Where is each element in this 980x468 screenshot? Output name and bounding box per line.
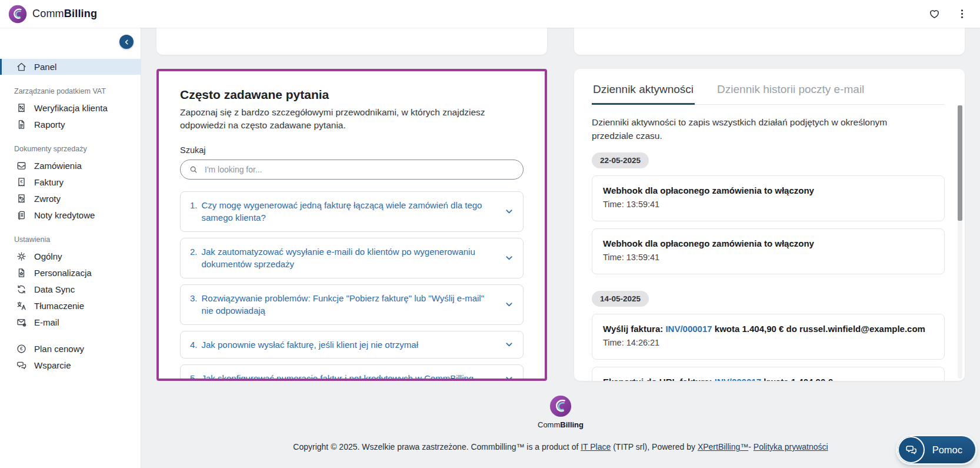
footer-link-polityka-prywatno-ci[interactable]: Polityka prywatności [754,442,828,452]
chevron-down-icon [504,299,515,310]
activity-entry: Webhook dla opłaconego zamówienia to włą… [592,175,945,221]
sidebar-item-label: Tłumaczenie [34,301,84,311]
invoice-icon: € [16,177,27,188]
chevron-down-icon [504,206,515,217]
card-partial-right [574,28,965,55]
sidebar: PanelZarządzanie podatkiem VATWeryfikacj… [0,28,141,468]
faq-question-5[interactable]: 5.Jak skonfigurować numerację faktur i n… [180,364,524,381]
sidebar-item-faktury[interactable]: €Faktury [0,174,141,190]
faq-description: Zapoznaj się z bardzo szczegółowymi prze… [180,106,501,132]
faq-question-2[interactable]: 2.Jak zautomatyzować wysyłanie e-maili d… [180,238,524,278]
returns-icon [16,193,27,204]
sidebar-item-zam-wienia[interactable]: Zamówienia [0,158,141,174]
faq-question-text: Jak ponownie wysłać fakturę, jeśli klien… [202,338,497,351]
vat-check-icon [16,102,27,114]
personalization-icon [16,267,27,278]
footer-link-xpertbilling[interactable]: XPertBilling™ [698,442,748,452]
header-actions [928,8,968,20]
activity-entry-time: Time: 14:26:21 [603,338,934,347]
sidebar-item-e-mail[interactable]: E-mail [0,314,141,330]
help-button[interactable]: Pomoc [898,436,975,463]
heart-icon[interactable] [928,8,941,20]
faq-search-label: Szukaj [180,145,524,155]
faq-search-input[interactable] [204,164,515,175]
help-button-label: Pomoc [932,444,962,456]
sidebar-item-wsparcie[interactable]: Wsparcie [0,357,141,373]
faq-question-number: 5. [190,372,198,381]
site-footer: CommBilling Copyright © 2025. Wszelkie p… [141,395,980,452]
sidebar-item-t-umaczenie[interactable]: Tłumaczenie [0,298,141,314]
faq-search-box [180,160,524,180]
tab-activity-log[interactable]: Dziennik aktywności [592,82,695,105]
faq-question-text: Jak zautomatyzować wysyłanie e-maili do … [202,245,497,271]
activity-entry-time: Time: 13:59:41 [603,200,934,209]
activity-scrollbar-thumb[interactable] [958,105,962,221]
sidebar-item-noty-kredytowe[interactable]: Noty kredytowe [0,207,141,223]
sidebar-item-label: Panel [34,62,56,72]
sidebar-item-label: Raporty [34,120,65,130]
sidebar-item-label: Zwroty [34,194,61,204]
sync-icon [16,284,27,295]
faq-question-4[interactable]: 4.Jak ponownie wysłać fakturę, jeśli kli… [180,331,524,359]
right-column: Dziennik aktywności Dziennik historii po… [574,28,965,381]
svg-text:€: € [20,179,23,184]
svg-text:€: € [20,346,23,351]
sidebar-item-label: Personalizacja [34,268,92,278]
sidebar-item-label: Wsparcie [34,360,71,370]
left-column: Często zadawane pytania Zapoznaj się z b… [156,28,547,381]
sidebar-item-panel[interactable]: Panel [0,59,141,75]
activity-entry-time: Time: 13:59:41 [603,253,934,262]
activity-description: Dzienniki aktywności to zapis wszystkich… [592,115,921,143]
activity-scrollbar-track[interactable] [958,105,962,379]
report-icon [16,119,27,130]
faq-question-number: 3. [190,292,198,317]
sidebar-item-zwroty[interactable]: Zwroty [0,191,141,207]
activity-entry-title: Eksportuj do URL faktura: INV/000017 kwo… [603,376,934,381]
activity-entry-title: Webhook dla opłaconego zamówienia to włą… [603,237,934,250]
sidebar-item-weryfikacja-klienta[interactable]: Weryfikacja klienta [0,100,141,116]
faq-card: Często zadawane pytania Zapoznaj się z b… [156,69,547,381]
faq-list: 1.Czy mogę wygenerować jedną fakturę łąc… [180,191,524,381]
sidebar-item-personalizacja[interactable]: Personalizacja [0,265,141,281]
chevron-down-icon [504,373,515,381]
orders-icon [16,160,27,171]
activity-entry-title: Webhook dla opłaconego zamówienia to włą… [603,184,934,197]
footer-brand-name: CommBilling [141,420,980,429]
app-header: CommBilling [0,0,980,28]
sidebar-item-label: Ogólny [34,251,62,261]
faq-question-number: 4. [190,338,198,351]
footer-link-it-place[interactable]: IT Place [581,442,611,452]
sidebar-item-raporty[interactable]: Raporty [0,117,141,132]
brand[interactable]: CommBilling [8,5,97,24]
faq-question-1[interactable]: 1.Czy mogę wygenerować jedną fakturę łąc… [180,191,524,232]
support-icon [16,360,27,371]
sidebar-item-label: Data Sync [34,284,75,294]
chevron-down-icon [504,253,515,264]
chevron-down-icon [504,339,515,350]
tab-email-history-log[interactable]: Dziennik historii poczty e-mail [716,82,865,105]
faq-question-text: Jak skonfigurować numerację faktur i not… [202,372,497,381]
faq-question-3[interactable]: 3.Rozwiązywanie problemów: Funkcje "Pobi… [180,284,524,325]
faq-question-number: 2. [190,245,198,271]
sidebar-section-title: Dokumenty sprzedaży [14,145,141,153]
sidebar-collapse-button[interactable] [119,35,134,49]
faq-title: Często zadawane pytania [180,88,524,102]
sidebar-item-og-lny[interactable]: Ogólny [0,248,141,264]
kebab-menu-icon[interactable] [956,8,968,20]
email-settings-icon [16,317,27,328]
sidebar-nav: PanelZarządzanie podatkiem VATWeryfikacj… [0,28,141,373]
activity-feed: 22-05-2025Webhook dla opłaconego zamówie… [592,143,945,381]
invoice-link[interactable]: INV/000017 [715,377,761,381]
sidebar-item-data-sync[interactable]: Data Sync [0,281,141,297]
sidebar-item-label: Noty kredytowe [34,210,95,220]
sidebar-item-plan-cenowy[interactable]: €Plan cenowy [0,341,141,357]
translate-icon [16,300,27,311]
activity-entry: Webhook dla opłaconego zamówienia to włą… [592,228,945,274]
faq-question-number: 1. [190,199,198,224]
activity-tabs: Dziennik aktywności Dziennik historii po… [592,82,945,105]
commbilling-logo-icon [8,5,27,24]
faq-question-text: Rozwiązywanie problemów: Funkcje "Pobier… [202,292,497,317]
invoice-link[interactable]: INV/000017 [665,324,712,334]
card-partial-left [156,28,547,55]
home-icon [16,61,27,72]
